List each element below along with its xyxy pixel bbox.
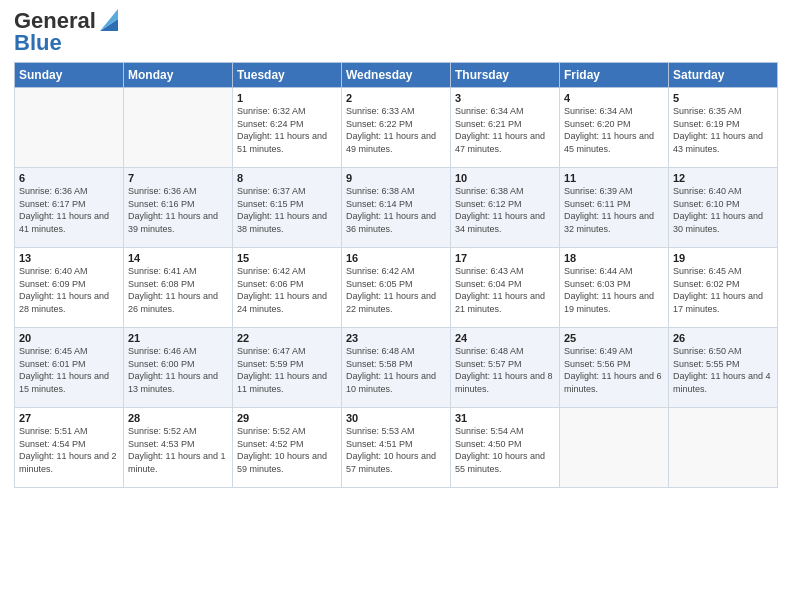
col-monday: Monday [124, 63, 233, 88]
day-cell-1-3: 9Sunrise: 6:38 AM Sunset: 6:14 PM Daylig… [342, 168, 451, 248]
day-info-3-6: Sunrise: 6:50 AM Sunset: 5:55 PM Dayligh… [673, 345, 773, 395]
day-number-3-3: 23 [346, 332, 446, 344]
day-number-2-1: 14 [128, 252, 228, 264]
day-cell-1-6: 12Sunrise: 6:40 AM Sunset: 6:10 PM Dayli… [669, 168, 778, 248]
col-wednesday: Wednesday [342, 63, 451, 88]
day-number-4-1: 28 [128, 412, 228, 424]
day-cell-2-0: 13Sunrise: 6:40 AM Sunset: 6:09 PM Dayli… [15, 248, 124, 328]
day-number-1-1: 7 [128, 172, 228, 184]
calendar-header-row: Sunday Monday Tuesday Wednesday Thursday… [15, 63, 778, 88]
col-saturday: Saturday [669, 63, 778, 88]
day-cell-0-0 [15, 88, 124, 168]
day-cell-2-1: 14Sunrise: 6:41 AM Sunset: 6:08 PM Dayli… [124, 248, 233, 328]
day-info-3-2: Sunrise: 6:47 AM Sunset: 5:59 PM Dayligh… [237, 345, 337, 395]
day-info-3-0: Sunrise: 6:45 AM Sunset: 6:01 PM Dayligh… [19, 345, 119, 395]
day-info-0-6: Sunrise: 6:35 AM Sunset: 6:19 PM Dayligh… [673, 105, 773, 155]
day-number-4-3: 30 [346, 412, 446, 424]
day-number-3-1: 21 [128, 332, 228, 344]
day-cell-1-1: 7Sunrise: 6:36 AM Sunset: 6:16 PM Daylig… [124, 168, 233, 248]
week-row-4: 27Sunrise: 5:51 AM Sunset: 4:54 PM Dayli… [15, 408, 778, 488]
day-info-4-3: Sunrise: 5:53 AM Sunset: 4:51 PM Dayligh… [346, 425, 446, 475]
week-row-2: 13Sunrise: 6:40 AM Sunset: 6:09 PM Dayli… [15, 248, 778, 328]
day-info-3-3: Sunrise: 6:48 AM Sunset: 5:58 PM Dayligh… [346, 345, 446, 395]
day-info-0-4: Sunrise: 6:34 AM Sunset: 6:21 PM Dayligh… [455, 105, 555, 155]
day-info-1-1: Sunrise: 6:36 AM Sunset: 6:16 PM Dayligh… [128, 185, 228, 235]
day-info-0-2: Sunrise: 6:32 AM Sunset: 6:24 PM Dayligh… [237, 105, 337, 155]
week-row-1: 6Sunrise: 6:36 AM Sunset: 6:17 PM Daylig… [15, 168, 778, 248]
day-cell-1-2: 8Sunrise: 6:37 AM Sunset: 6:15 PM Daylig… [233, 168, 342, 248]
col-sunday: Sunday [15, 63, 124, 88]
day-info-1-0: Sunrise: 6:36 AM Sunset: 6:17 PM Dayligh… [19, 185, 119, 235]
day-info-4-4: Sunrise: 5:54 AM Sunset: 4:50 PM Dayligh… [455, 425, 555, 475]
day-cell-3-0: 20Sunrise: 6:45 AM Sunset: 6:01 PM Dayli… [15, 328, 124, 408]
day-cell-3-3: 23Sunrise: 6:48 AM Sunset: 5:58 PM Dayli… [342, 328, 451, 408]
day-info-2-2: Sunrise: 6:42 AM Sunset: 6:06 PM Dayligh… [237, 265, 337, 315]
day-number-1-6: 12 [673, 172, 773, 184]
logo-blue-text: Blue [14, 30, 62, 55]
day-cell-3-1: 21Sunrise: 6:46 AM Sunset: 6:00 PM Dayli… [124, 328, 233, 408]
day-number-1-5: 11 [564, 172, 664, 184]
day-info-2-3: Sunrise: 6:42 AM Sunset: 6:05 PM Dayligh… [346, 265, 446, 315]
day-info-3-5: Sunrise: 6:49 AM Sunset: 5:56 PM Dayligh… [564, 345, 664, 395]
day-number-1-0: 6 [19, 172, 119, 184]
day-cell-4-5 [560, 408, 669, 488]
day-number-4-0: 27 [19, 412, 119, 424]
header: General Blue [14, 10, 778, 56]
day-number-3-2: 22 [237, 332, 337, 344]
day-info-1-5: Sunrise: 6:39 AM Sunset: 6:11 PM Dayligh… [564, 185, 664, 235]
day-number-3-0: 20 [19, 332, 119, 344]
day-number-0-2: 1 [237, 92, 337, 104]
day-number-3-6: 26 [673, 332, 773, 344]
day-cell-2-6: 19Sunrise: 6:45 AM Sunset: 6:02 PM Dayli… [669, 248, 778, 328]
week-row-3: 20Sunrise: 6:45 AM Sunset: 6:01 PM Dayli… [15, 328, 778, 408]
day-cell-3-6: 26Sunrise: 6:50 AM Sunset: 5:55 PM Dayli… [669, 328, 778, 408]
day-cell-4-3: 30Sunrise: 5:53 AM Sunset: 4:51 PM Dayli… [342, 408, 451, 488]
day-number-1-3: 9 [346, 172, 446, 184]
day-cell-2-3: 16Sunrise: 6:42 AM Sunset: 6:05 PM Dayli… [342, 248, 451, 328]
logo-general-text: General [14, 10, 96, 32]
day-cell-0-6: 5Sunrise: 6:35 AM Sunset: 6:19 PM Daylig… [669, 88, 778, 168]
day-info-4-0: Sunrise: 5:51 AM Sunset: 4:54 PM Dayligh… [19, 425, 119, 475]
day-cell-2-2: 15Sunrise: 6:42 AM Sunset: 6:06 PM Dayli… [233, 248, 342, 328]
day-cell-0-1 [124, 88, 233, 168]
logo-icon [98, 9, 118, 31]
logo-area: General Blue [14, 10, 118, 56]
day-cell-2-5: 18Sunrise: 6:44 AM Sunset: 6:03 PM Dayli… [560, 248, 669, 328]
day-cell-1-5: 11Sunrise: 6:39 AM Sunset: 6:11 PM Dayli… [560, 168, 669, 248]
day-cell-1-0: 6Sunrise: 6:36 AM Sunset: 6:17 PM Daylig… [15, 168, 124, 248]
day-cell-4-6 [669, 408, 778, 488]
day-info-2-4: Sunrise: 6:43 AM Sunset: 6:04 PM Dayligh… [455, 265, 555, 315]
day-info-2-1: Sunrise: 6:41 AM Sunset: 6:08 PM Dayligh… [128, 265, 228, 315]
day-number-2-0: 13 [19, 252, 119, 264]
day-info-3-1: Sunrise: 6:46 AM Sunset: 6:00 PM Dayligh… [128, 345, 228, 395]
day-number-2-6: 19 [673, 252, 773, 264]
day-cell-4-2: 29Sunrise: 5:52 AM Sunset: 4:52 PM Dayli… [233, 408, 342, 488]
day-cell-4-0: 27Sunrise: 5:51 AM Sunset: 4:54 PM Dayli… [15, 408, 124, 488]
day-cell-0-2: 1Sunrise: 6:32 AM Sunset: 6:24 PM Daylig… [233, 88, 342, 168]
day-number-1-2: 8 [237, 172, 337, 184]
day-info-3-4: Sunrise: 6:48 AM Sunset: 5:57 PM Dayligh… [455, 345, 555, 395]
day-number-4-2: 29 [237, 412, 337, 424]
day-number-3-4: 24 [455, 332, 555, 344]
day-number-3-5: 25 [564, 332, 664, 344]
day-number-1-4: 10 [455, 172, 555, 184]
day-info-0-5: Sunrise: 6:34 AM Sunset: 6:20 PM Dayligh… [564, 105, 664, 155]
day-info-0-3: Sunrise: 6:33 AM Sunset: 6:22 PM Dayligh… [346, 105, 446, 155]
week-row-0: 1Sunrise: 6:32 AM Sunset: 6:24 PM Daylig… [15, 88, 778, 168]
day-info-2-5: Sunrise: 6:44 AM Sunset: 6:03 PM Dayligh… [564, 265, 664, 315]
day-cell-0-5: 4Sunrise: 6:34 AM Sunset: 6:20 PM Daylig… [560, 88, 669, 168]
day-number-0-3: 2 [346, 92, 446, 104]
col-thursday: Thursday [451, 63, 560, 88]
day-cell-0-4: 3Sunrise: 6:34 AM Sunset: 6:21 PM Daylig… [451, 88, 560, 168]
col-tuesday: Tuesday [233, 63, 342, 88]
day-info-1-3: Sunrise: 6:38 AM Sunset: 6:14 PM Dayligh… [346, 185, 446, 235]
day-number-4-4: 31 [455, 412, 555, 424]
day-cell-3-4: 24Sunrise: 6:48 AM Sunset: 5:57 PM Dayli… [451, 328, 560, 408]
col-friday: Friday [560, 63, 669, 88]
day-info-4-2: Sunrise: 5:52 AM Sunset: 4:52 PM Dayligh… [237, 425, 337, 475]
day-number-2-3: 16 [346, 252, 446, 264]
day-cell-2-4: 17Sunrise: 6:43 AM Sunset: 6:04 PM Dayli… [451, 248, 560, 328]
day-info-2-6: Sunrise: 6:45 AM Sunset: 6:02 PM Dayligh… [673, 265, 773, 315]
day-cell-3-2: 22Sunrise: 6:47 AM Sunset: 5:59 PM Dayli… [233, 328, 342, 408]
day-number-2-4: 17 [455, 252, 555, 264]
